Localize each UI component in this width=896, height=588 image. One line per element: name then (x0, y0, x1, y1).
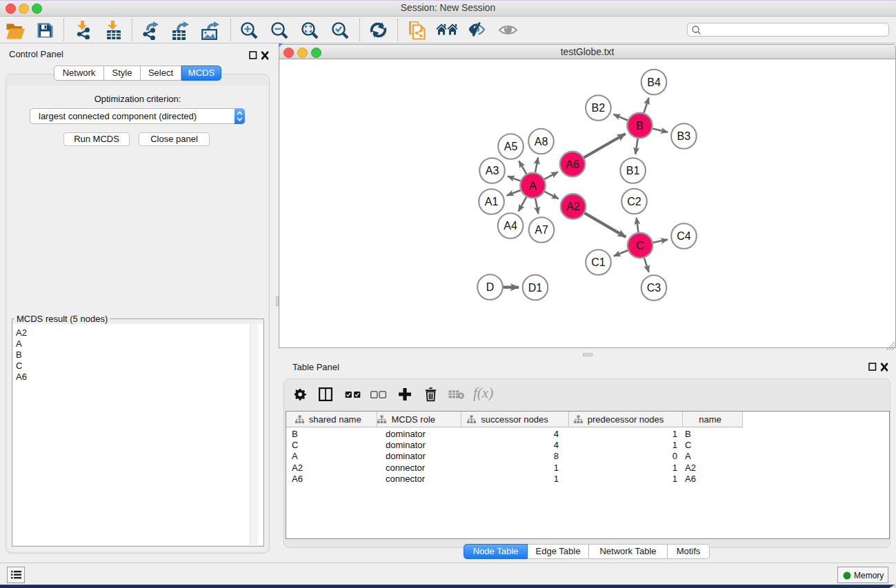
svg-text:C4: C4 (677, 230, 691, 242)
svg-text:A1: A1 (485, 196, 499, 207)
svg-text:B4: B4 (647, 77, 661, 88)
svg-text:A: A (529, 180, 537, 192)
svg-text:C3: C3 (647, 282, 661, 294)
svg-text:A2: A2 (566, 201, 580, 212)
svg-text:B2: B2 (592, 102, 606, 114)
svg-text:C: C (636, 240, 644, 252)
svg-text:B1: B1 (626, 165, 640, 176)
svg-text:A4: A4 (504, 220, 517, 232)
svg-text:A8: A8 (535, 136, 548, 148)
svg-text:D1: D1 (528, 282, 543, 294)
svg-text:A3: A3 (486, 165, 499, 176)
svg-text:C2: C2 (627, 196, 641, 207)
svg-text:D: D (486, 281, 495, 293)
svg-text:A5: A5 (504, 141, 518, 152)
svg-text:A7: A7 (535, 224, 548, 236)
svg-text:A6: A6 (566, 159, 579, 170)
svg-text:B: B (636, 120, 644, 132)
svg-text:B3: B3 (677, 130, 691, 142)
svg-text:C1: C1 (591, 256, 606, 268)
